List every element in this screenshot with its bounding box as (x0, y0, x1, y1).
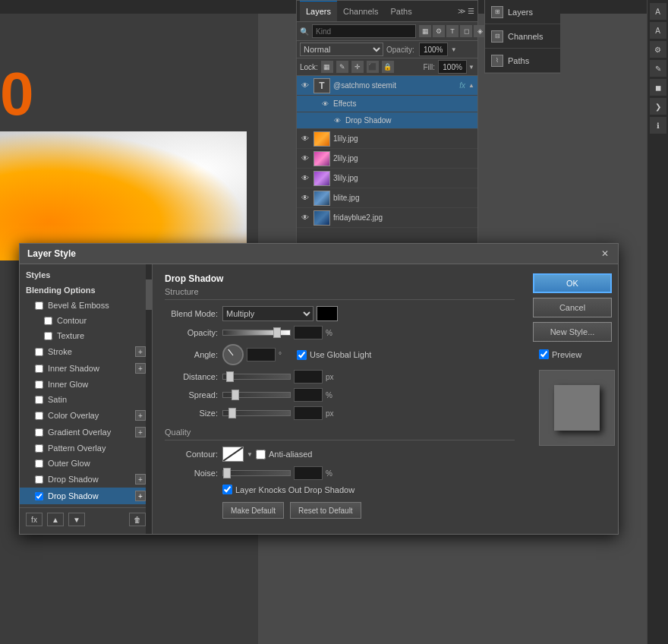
fx-label-btn[interactable]: fx (26, 513, 43, 526)
inner-shadow-checkbox[interactable] (35, 365, 43, 373)
make-default-btn[interactable]: Make Default (222, 502, 284, 519)
bevel-checkbox[interactable] (35, 301, 43, 310)
toolbar-arrow-btn[interactable]: ❯ (650, 98, 666, 115)
preview-checkbox[interactable] (539, 349, 549, 359)
panel-expand-icon[interactable]: ≫ (458, 7, 465, 15)
size-number-input[interactable]: 10 (294, 406, 323, 420)
panel-section-paths[interactable]: ⌇ Paths (485, 49, 560, 73)
panel-section-layers[interactable]: ⊞ Layers (485, 0, 560, 24)
dialog-sidebar-scrollbar[interactable] (146, 264, 152, 534)
drop-shadow-2-checkbox[interactable] (35, 492, 43, 500)
layer-item-dropshadow[interactable]: 👁 Drop Shadow (297, 112, 477, 129)
sidebar-item-bevel[interactable]: Bevel & Emboss (20, 298, 152, 313)
layer-item-text[interactable]: 👁 T @satchmo steemit fx ▲ (297, 76, 477, 96)
noise-number-input[interactable]: 0 (294, 466, 323, 480)
sidebar-item-blending[interactable]: Blending Options (20, 283, 152, 298)
color-overlay-add-btn[interactable]: + (135, 410, 146, 421)
sidebar-item-texture[interactable]: Texture (20, 328, 152, 343)
layer-knocks-out-checkbox[interactable] (222, 485, 232, 494)
sidebar-item-inner-glow[interactable]: Inner Glow (20, 377, 152, 392)
noise-slider-thumb[interactable] (223, 468, 231, 478)
use-global-light-checkbox[interactable] (297, 350, 307, 360)
distance-slider-track[interactable] (222, 374, 291, 380)
layers-tab-layers[interactable]: Layers (300, 1, 337, 21)
panel-section-channels[interactable]: ⊟ Channels (485, 24, 560, 49)
pattern-overlay-checkbox[interactable] (35, 444, 43, 453)
layer-blend-mode-select[interactable]: Normal (300, 43, 383, 56)
gradient-overlay-checkbox[interactable] (35, 428, 43, 437)
size-slider-track[interactable] (222, 410, 291, 416)
angle-dial[interactable] (222, 344, 244, 365)
layer-eye-effects[interactable]: 👁 (320, 99, 330, 109)
size-slider-thumb[interactable] (228, 408, 236, 418)
opacity-input[interactable] (419, 43, 448, 56)
layer-item-1lily[interactable]: 👁 1lily.jpg (297, 129, 477, 149)
delete-btn[interactable]: 🗑 (129, 513, 146, 526)
outer-glow-checkbox[interactable] (35, 459, 43, 468)
distance-number-input[interactable]: 7 (294, 370, 323, 384)
stroke-add-btn[interactable]: + (135, 346, 146, 357)
layer-item-3lily[interactable]: 👁 3lily.jpg (297, 169, 477, 188)
lock-move-btn[interactable]: ✛ (351, 61, 364, 73)
toolbar-edit-btn[interactable]: ✎ (650, 60, 666, 77)
shadow-color-swatch[interactable] (317, 306, 338, 321)
sidebar-item-drop-shadow-2[interactable]: Drop Shadow + (20, 488, 152, 504)
layer-eye-blite[interactable]: 👁 (300, 193, 310, 204)
layer-item-effects[interactable]: 👁 Effects (297, 96, 477, 112)
spread-slider-track[interactable] (222, 392, 291, 398)
toolbar-gear-btn[interactable]: ⚙ (650, 41, 666, 58)
sidebar-item-pattern-overlay[interactable]: Pattern Overlay (20, 440, 152, 456)
lock-paint-btn[interactable]: ✎ (336, 61, 348, 73)
fill-input[interactable] (438, 60, 467, 74)
opacity-slider-track[interactable] (222, 330, 291, 336)
sidebar-item-drop-shadow-1[interactable]: Drop Shadow + (20, 471, 152, 488)
layer-item-2lily[interactable]: 👁 2lily.jpg (297, 149, 477, 169)
sidebar-item-outer-glow[interactable]: Outer Glow (20, 456, 152, 471)
dialog-close-btn[interactable]: ✕ (600, 248, 610, 259)
panel-menu-icon[interactable]: ☰ (468, 7, 474, 15)
contour-preview-btn[interactable] (222, 447, 244, 462)
layers-search-input[interactable] (312, 24, 416, 38)
opacity-slider-thumb[interactable] (273, 327, 281, 338)
sidebar-item-color-overlay[interactable]: Color Overlay + (20, 407, 152, 424)
new-style-btn[interactable]: New Style... (533, 322, 612, 342)
satin-checkbox[interactable] (35, 396, 43, 404)
anti-aliased-checkbox[interactable] (256, 450, 266, 459)
sidebar-item-styles[interactable]: Styles (20, 267, 152, 283)
stroke-checkbox[interactable] (35, 348, 43, 356)
sidebar-item-satin[interactable]: Satin (20, 392, 152, 407)
layer-eye-dropshadow[interactable]: 👁 (332, 115, 342, 126)
toolbar-shape-btn[interactable]: ◼ (650, 79, 666, 96)
lock-all-btn[interactable]: 🔒 (382, 61, 394, 73)
inner-shadow-add-btn[interactable]: + (135, 363, 146, 374)
layer-eye-3lily[interactable]: 👁 (300, 173, 310, 184)
sidebar-item-contour[interactable]: Contour (20, 313, 152, 328)
color-overlay-checkbox[interactable] (35, 412, 43, 420)
toolbar-A-btn[interactable]: A (650, 3, 666, 20)
sidebar-item-gradient-overlay[interactable]: Gradient Overlay + (20, 424, 152, 440)
drop-shadow-2-add-btn[interactable]: + (135, 491, 146, 501)
drop-shadow-1-add-btn[interactable]: + (135, 474, 146, 485)
contour-dropdown-arrow[interactable]: ▼ (247, 451, 253, 458)
contour-checkbox[interactable] (44, 317, 52, 325)
lock-artboard-btn[interactable]: ⬛ (367, 61, 379, 73)
spread-slider-thumb[interactable] (232, 390, 239, 400)
opacity-number-input[interactable]: 80 (294, 326, 323, 339)
move-down-btn[interactable]: ▼ (68, 513, 85, 526)
cancel-btn[interactable]: Cancel (533, 298, 612, 317)
layer-eye-fridayblue[interactable]: 👁 (300, 213, 310, 223)
texture-checkbox[interactable] (44, 332, 52, 340)
spread-number-input[interactable]: 15 (294, 388, 323, 402)
inner-glow-checkbox[interactable] (35, 380, 43, 389)
drop-shadow-1-checkbox[interactable] (35, 475, 43, 484)
distance-slider-thumb[interactable] (226, 371, 234, 382)
ok-btn[interactable]: OK (533, 273, 612, 293)
toolbar-A2-btn[interactable]: A (650, 22, 666, 39)
layers-tab-channels[interactable]: Channels (337, 1, 384, 21)
move-up-btn[interactable]: ▲ (47, 513, 64, 526)
noise-slider-track[interactable] (222, 470, 291, 476)
sidebar-item-stroke[interactable]: Stroke + (20, 343, 152, 360)
lock-pixel-btn[interactable]: ▦ (321, 61, 333, 73)
layer-item-fridayblue[interactable]: 👁 fridayblue2.jpg (297, 208, 477, 228)
angle-number-input[interactable]: 142 (247, 348, 276, 361)
